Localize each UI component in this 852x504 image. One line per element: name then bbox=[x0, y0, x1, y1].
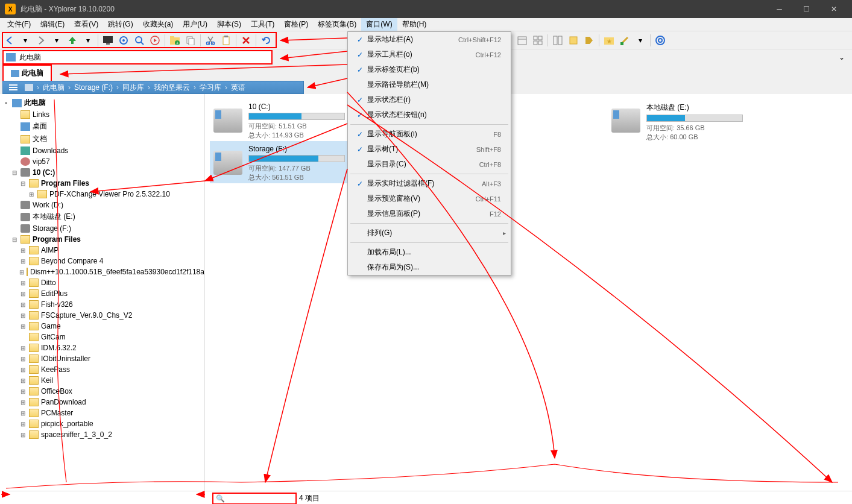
forward-dropdown[interactable]: ▾ bbox=[49, 33, 64, 48]
breadcrumb-thispc[interactable]: 此电脑 bbox=[39, 83, 68, 93]
menu-favorites[interactable]: 收藏夹(a) bbox=[138, 18, 178, 31]
menu-panes[interactable]: 窗格(P) bbox=[279, 18, 313, 31]
tree-vip57[interactable]: vip57 bbox=[0, 156, 204, 167]
breadcrumb-eng[interactable]: 英语 bbox=[227, 83, 249, 93]
paste-icon[interactable] bbox=[219, 33, 233, 48]
copy-icon[interactable] bbox=[183, 33, 198, 48]
tree-pandl[interactable]: ⊞PanDownload bbox=[0, 397, 204, 408]
tree-officebox[interactable]: ⊞OfficeBox bbox=[0, 386, 204, 397]
cut-icon[interactable] bbox=[203, 33, 218, 48]
brush-icon[interactable] bbox=[617, 33, 632, 48]
menu-go[interactable]: 跳转(G) bbox=[103, 18, 137, 31]
tree-keil[interactable]: ⊞Keil bbox=[0, 375, 204, 386]
grid-icon[interactable] bbox=[531, 33, 545, 48]
tree-bc4[interactable]: ⊞Beyond Compare 4 bbox=[0, 256, 204, 266]
menu-show-statusbar[interactable]: ✓显示状态栏(r) bbox=[348, 92, 511, 107]
calendar-icon[interactable] bbox=[515, 33, 529, 48]
tree-game[interactable]: ⊞Game bbox=[0, 321, 204, 332]
content-panel[interactable]: 10 (C:) 可用空间: 51.51 GB 总大小: 114.93 GB 本地… bbox=[205, 94, 852, 491]
delete-icon[interactable] bbox=[239, 33, 253, 48]
tag-icon[interactable] bbox=[582, 33, 596, 48]
address-dropdown[interactable]: ⌄ bbox=[836, 52, 847, 63]
menu-window[interactable]: 窗口(W) bbox=[361, 18, 397, 31]
tab-thispc[interactable]: 此电脑 bbox=[2, 65, 52, 81]
breadcrumb-root-icon[interactable] bbox=[21, 84, 37, 91]
breadcrumb-nut[interactable]: 我的坚果云 bbox=[150, 83, 194, 93]
menu-show-statusbtns[interactable]: ✓显示状态栏按钮(n) bbox=[348, 107, 511, 122]
back-button[interactable] bbox=[2, 33, 17, 48]
breadcrumb-menu[interactable] bbox=[5, 84, 21, 90]
brush-dropdown[interactable]: ▾ bbox=[633, 33, 648, 48]
tree-drive-e[interactable]: 本地磁盘 (E:) bbox=[0, 210, 204, 223]
menu-help[interactable]: 帮助(H) bbox=[397, 18, 432, 31]
forward-button[interactable] bbox=[34, 33, 48, 48]
starfolder-icon[interactable]: ★ bbox=[602, 33, 616, 48]
maximize-button[interactable]: ☐ bbox=[793, 0, 820, 18]
breadcrumb-sync[interactable]: 同步库 bbox=[119, 83, 148, 93]
tree-picpick[interactable]: ⊞picpick_portable bbox=[0, 418, 204, 429]
breadcrumb-storage[interactable]: Storage (F:) bbox=[71, 83, 116, 92]
menu-savelayout[interactable]: 保存布局为(S)... bbox=[348, 260, 511, 275]
filter-input[interactable]: 🔍 bbox=[212, 493, 297, 505]
tree-dism[interactable]: ⊞Dism++10.1.1000.51B_6feef5fa1ea53930ecd… bbox=[0, 266, 204, 277]
drive-e[interactable]: 本地磁盘 (E:) 可用空间: 35.66 GB 总大小: 60.00 GB bbox=[608, 99, 807, 141]
tree-panel[interactable]: ▪此电脑 Links 桌面 文档 Downloads vip57 ⊟10 (C:… bbox=[0, 94, 205, 491]
menu-show-addressbar[interactable]: ✓显示地址栏(A)Ctrl+Shift+F12 bbox=[348, 32, 511, 47]
play-icon[interactable] bbox=[148, 33, 162, 48]
menu-show-tree[interactable]: ✓显示树(T)Shift+F8 bbox=[348, 142, 511, 157]
menu-show-breadcrumb[interactable]: 显示路径导航栏(M) bbox=[348, 77, 511, 92]
tree-pcmaster[interactable]: ⊞PCMaster bbox=[0, 408, 204, 418]
tree-programfiles-c[interactable]: ⊟Program Files bbox=[0, 178, 204, 189]
tree-idm[interactable]: ⊞IDM.6.32.2 bbox=[0, 342, 204, 353]
tree-pdfx[interactable]: ⊞PDF-XChange Viewer Pro 2.5.322.10 bbox=[0, 189, 204, 200]
menu-show-infopanel[interactable]: 显示信息面板(P)F12 bbox=[348, 206, 511, 221]
tree-fish[interactable]: ⊞Fish-v326 bbox=[0, 299, 204, 310]
menu-show-tabbar[interactable]: ✓显示标签页栏(b) bbox=[348, 62, 511, 77]
tree-drive-f[interactable]: Storage (F:) bbox=[0, 223, 204, 234]
back-dropdown[interactable]: ▾ bbox=[18, 33, 33, 48]
menu-show-catalog[interactable]: 显示目录(C)Ctrl+F8 bbox=[348, 157, 511, 172]
book-icon[interactable] bbox=[566, 33, 581, 48]
menu-user[interactable]: 用户(U) bbox=[178, 18, 212, 31]
tree-docs[interactable]: 文档 bbox=[0, 133, 204, 145]
menu-view[interactable]: 查看(V) bbox=[69, 18, 103, 31]
tree-keepass[interactable]: ⊞KeePass bbox=[0, 364, 204, 375]
target-icon[interactable] bbox=[116, 33, 131, 48]
up-dropdown[interactable]: ▾ bbox=[81, 33, 95, 48]
menu-show-toolbar[interactable]: ✓显示工具栏(o)Ctrl+F12 bbox=[348, 47, 511, 62]
address-bar[interactable]: 此电脑 bbox=[2, 50, 273, 65]
tree-iobit[interactable]: ⊞IObitUninstaller bbox=[0, 353, 204, 364]
tree-programfiles-f[interactable]: ⊟Program Files bbox=[0, 234, 204, 245]
tree-drive-d[interactable]: Work (D:) bbox=[0, 200, 204, 210]
tree-downloads[interactable]: Downloads bbox=[0, 145, 204, 156]
tree-links[interactable]: Links bbox=[0, 109, 204, 120]
tree-desktop[interactable]: 桌面 bbox=[0, 120, 204, 133]
tree-thispc[interactable]: ▪此电脑 bbox=[0, 96, 204, 109]
tree-drive-c[interactable]: ⊟10 (C:) bbox=[0, 167, 204, 178]
desktop-icon[interactable] bbox=[101, 33, 115, 48]
menu-loadlayout[interactable]: 加载布局(L)... bbox=[348, 245, 511, 260]
undo-icon[interactable] bbox=[259, 33, 273, 48]
menu-show-filterbox[interactable]: ✓显示实时过滤器框(F)Alt+F3 bbox=[348, 176, 511, 191]
menu-edit[interactable]: 编辑(E) bbox=[36, 18, 69, 31]
menu-scripting[interactable]: 脚本(S) bbox=[212, 18, 246, 31]
menu-tabsets[interactable]: 标签页集(B) bbox=[313, 18, 361, 31]
tree-editplus[interactable]: ⊞EditPlus bbox=[0, 288, 204, 299]
tree-aimp[interactable]: ⊞AIMP bbox=[0, 245, 204, 256]
settings-icon[interactable] bbox=[653, 33, 667, 48]
tree-fsc[interactable]: ⊞FSCapture_Ver.9.0_Chs_V2 bbox=[0, 310, 204, 321]
tree-spacesniffer[interactable]: ⊞spacesniffer_1_3_0_2 bbox=[0, 429, 204, 440]
columns-icon[interactable] bbox=[551, 33, 565, 48]
tree-ditto[interactable]: ⊞Ditto bbox=[0, 277, 204, 288]
menu-arrange[interactable]: 排列(G)▸ bbox=[348, 225, 511, 241]
tree-gitcam[interactable]: GitCam bbox=[0, 332, 204, 342]
close-button[interactable]: ✕ bbox=[820, 0, 847, 18]
menu-file[interactable]: 文件(F) bbox=[2, 18, 36, 31]
menu-show-navpanel[interactable]: ✓显示导航面板(i)F8 bbox=[348, 127, 511, 142]
minimize-button[interactable]: ─ bbox=[766, 0, 793, 18]
menu-tools[interactable]: 工具(T) bbox=[246, 18, 279, 31]
newfolder-icon[interactable]: + bbox=[168, 33, 182, 48]
up-button[interactable] bbox=[65, 33, 80, 48]
search-icon[interactable] bbox=[132, 33, 147, 48]
menu-show-preview[interactable]: 显示预览窗格(V)Ctrl+F11 bbox=[348, 191, 511, 206]
